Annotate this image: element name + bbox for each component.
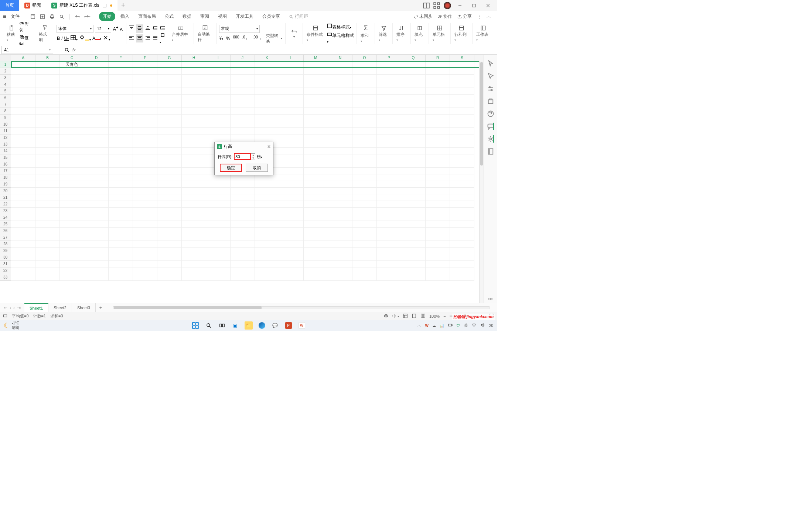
font-color-button[interactable]: A▾: [92, 36, 101, 41]
cell[interactable]: [60, 95, 84, 101]
cell[interactable]: [352, 214, 377, 221]
cell[interactable]: [182, 228, 206, 234]
cell[interactable]: [328, 208, 352, 214]
cell[interactable]: [11, 267, 35, 274]
font-select[interactable]: 宋体▾: [57, 25, 93, 33]
cell[interactable]: [352, 181, 377, 188]
cell[interactable]: [426, 128, 450, 134]
cell[interactable]: [11, 101, 35, 108]
cell[interactable]: [255, 214, 279, 221]
cell[interactable]: [109, 274, 133, 281]
select-all-corner[interactable]: [0, 55, 11, 61]
cell[interactable]: [328, 241, 352, 248]
cell[interactable]: [401, 121, 426, 128]
percent-icon[interactable]: %: [226, 36, 230, 41]
cell[interactable]: [401, 134, 426, 141]
cell[interactable]: [450, 115, 474, 121]
cell[interactable]: [377, 228, 401, 234]
indent-right-icon[interactable]: [160, 25, 166, 32]
col-header[interactable]: J: [231, 55, 255, 61]
cell[interactable]: [450, 108, 474, 115]
cell[interactable]: [304, 115, 328, 121]
cell[interactable]: [84, 267, 109, 274]
cell[interactable]: [401, 201, 426, 208]
cell[interactable]: [304, 234, 328, 241]
cell[interactable]: [157, 261, 182, 267]
cell[interactable]: [182, 168, 206, 174]
cell[interactable]: [279, 254, 304, 261]
cell[interactable]: [401, 168, 426, 174]
cell[interactable]: [377, 128, 401, 134]
cell[interactable]: [401, 188, 426, 194]
cell[interactable]: [182, 274, 206, 281]
cell[interactable]: [60, 148, 84, 154]
cell[interactable]: [279, 101, 304, 108]
search-box[interactable]: 行间距: [289, 13, 308, 20]
sp-cursor-icon[interactable]: [487, 72, 494, 80]
cell[interactable]: [401, 208, 426, 214]
print-icon[interactable]: [48, 13, 56, 21]
cell[interactable]: [35, 248, 60, 254]
cell[interactable]: [255, 174, 279, 181]
cell[interactable]: [109, 134, 133, 141]
cell[interactable]: [255, 75, 279, 81]
cell[interactable]: [35, 81, 60, 88]
cell[interactable]: [231, 68, 255, 75]
inc-decimal-icon[interactable]: .0←: [242, 35, 249, 41]
cell[interactable]: [206, 88, 231, 95]
cell[interactable]: [304, 241, 328, 248]
cell[interactable]: [133, 68, 157, 75]
cell[interactable]: [426, 61, 450, 68]
align-right-icon[interactable]: [145, 35, 151, 42]
cell[interactable]: [84, 81, 109, 88]
cell[interactable]: [133, 241, 157, 248]
cell[interactable]: [35, 134, 60, 141]
edge-icon[interactable]: [258, 321, 266, 330]
cell[interactable]: [401, 228, 426, 234]
cell[interactable]: [328, 61, 352, 68]
tray-security-icon[interactable]: 🛡: [457, 324, 460, 328]
cell[interactable]: [60, 221, 84, 228]
cell[interactable]: [426, 208, 450, 214]
cell[interactable]: [426, 181, 450, 188]
view-normal-icon[interactable]: [403, 313, 408, 319]
col-header[interactable]: M: [304, 55, 328, 61]
cell[interactable]: [109, 168, 133, 174]
cell[interactable]: [60, 121, 84, 128]
cell[interactable]: [133, 174, 157, 181]
cell[interactable]: [450, 134, 474, 141]
cell[interactable]: [84, 194, 109, 201]
filter-button[interactable]: 筛选 ▾: [377, 25, 391, 42]
cell[interactable]: [109, 61, 133, 68]
sp-backup-icon[interactable]: [487, 98, 494, 105]
cell[interactable]: [182, 208, 206, 214]
cell[interactable]: [279, 194, 304, 201]
cell[interactable]: [11, 208, 35, 214]
table-style-button[interactable]: 表格样式▾: [327, 23, 355, 30]
cell[interactable]: [60, 181, 84, 188]
cell[interactable]: [133, 168, 157, 174]
cell[interactable]: [182, 234, 206, 241]
tray-wps-icon[interactable]: W: [425, 324, 428, 328]
cell[interactable]: [231, 75, 255, 81]
cell[interactable]: [279, 228, 304, 234]
cell[interactable]: [304, 95, 328, 101]
cell[interactable]: [255, 61, 279, 68]
cell[interactable]: [352, 61, 377, 68]
sheet-nav-prev[interactable]: ‹: [10, 305, 11, 310]
align-left-icon[interactable]: [129, 35, 134, 42]
cell[interactable]: [157, 274, 182, 281]
cell[interactable]: [279, 121, 304, 128]
col-header[interactable]: I: [206, 55, 231, 61]
cell[interactable]: [133, 154, 157, 161]
cell[interactable]: [231, 201, 255, 208]
cell[interactable]: [157, 68, 182, 75]
cell[interactable]: [109, 181, 133, 188]
cell[interactable]: [426, 267, 450, 274]
cell[interactable]: [133, 194, 157, 201]
cell[interactable]: [11, 194, 35, 201]
cell[interactable]: [60, 81, 84, 88]
rowcol-button[interactable]: 行和列 ▾: [453, 25, 470, 42]
cell[interactable]: [304, 75, 328, 81]
cell[interactable]: [109, 221, 133, 228]
